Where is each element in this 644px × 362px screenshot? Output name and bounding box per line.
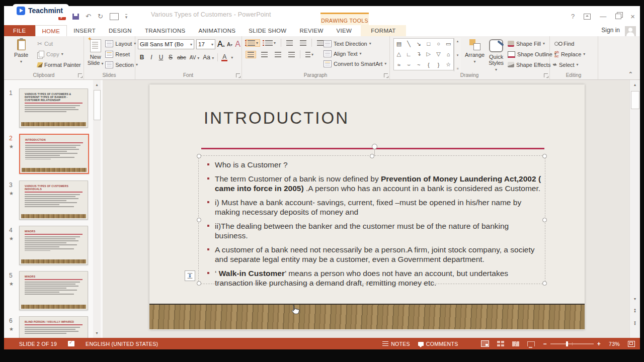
comments-button[interactable]: COMMENTS [418, 341, 458, 347]
vertical-scrollbar[interactable]: ▴ ▾ ▴▴ ▾▾ [629, 80, 640, 338]
align-left-button[interactable] [246, 51, 256, 58]
fit-slide-to-window-button[interactable] [628, 341, 635, 347]
shape-glyph[interactable]: ▽ [436, 51, 440, 57]
slide-title[interactable]: INTRODUCTION [204, 109, 349, 128]
shadow-button[interactable]: S [168, 54, 174, 61]
slide-body-text[interactable]: Who is a Customer ?The term Customer of … [206, 160, 542, 292]
shape-glyph[interactable]: ↴ [417, 51, 421, 57]
thumb-scroll-up-icon[interactable]: ▴ [93, 81, 101, 88]
italic-button[interactable]: I [148, 54, 154, 61]
find-button[interactable]: Find [554, 39, 585, 48]
thumbnail-slide-preview[interactable]: MINORS [19, 226, 88, 265]
shape-glyph[interactable]: ⌂ [447, 51, 450, 57]
shape-glyph[interactable]: ▤ [396, 41, 401, 47]
thumb-scroll-down-icon[interactable]: ▾ [93, 329, 101, 337]
font-color-button[interactable]: A [221, 54, 227, 61]
align-right-button[interactable] [273, 51, 283, 58]
shape-glyph[interactable]: ▭ [446, 41, 451, 47]
shape-glyph[interactable]: ≈ [397, 62, 400, 68]
increase-indent-button[interactable] [298, 39, 308, 47]
font-name-combo[interactable]: Gill Sans MT (Bo▾ [138, 39, 194, 49]
drawing-dialog-launcher[interactable] [544, 73, 548, 77]
slide-thumbnail-3[interactable]: 3★VARIOUS TYPES OF CUSTOMERS INDIVIDUALS [9, 180, 91, 220]
slide-bullet[interactable]: The term Customer of a bank is now defin… [206, 174, 542, 193]
shape-glyph[interactable]: ╲ [407, 41, 411, 47]
restore-button[interactable] [615, 14, 621, 19]
shape-gallery[interactable]: ▤╲↘□○▭△∟↴▷▽⌂≈⌣~{}☆ [393, 38, 454, 70]
normal-view-button[interactable] [481, 340, 489, 347]
tab-insert[interactable]: INSERT [67, 25, 102, 36]
columns-button[interactable]: ▾ [303, 51, 315, 58]
convert-smartart-button[interactable]: Convert to SmartArt▾ [324, 59, 386, 68]
thumbnail-slide-preview[interactable]: INTRODUCTION [19, 134, 89, 174]
slide-thumbnail-2[interactable]: 2★INTRODUCTION [9, 134, 91, 174]
resize-handle-ne[interactable] [542, 154, 547, 158]
tab-file[interactable]: FILE [4, 25, 35, 36]
section-button[interactable]: Section▾ [105, 60, 138, 69]
shape-glyph[interactable]: { [428, 62, 430, 68]
text-direction-button[interactable]: Text Direction▾ [324, 39, 386, 48]
tab-format[interactable]: FORMAT [361, 25, 406, 36]
zoom-percentage[interactable]: 73% [609, 341, 620, 347]
shape-glyph[interactable]: ○ [437, 41, 440, 47]
rotation-handle[interactable] [372, 144, 377, 149]
quick-styles-button[interactable]: Quick Styles ▾ [489, 38, 504, 73]
paragraph-dialog-launcher[interactable] [384, 73, 388, 77]
copy-button[interactable]: Copy▾ [37, 50, 81, 58]
tab-view[interactable]: VIEW [330, 25, 359, 36]
language-indicator[interactable]: ENGLISH (UNITED STATES) [86, 341, 158, 347]
resize-handle-sw[interactable] [197, 281, 201, 286]
save-icon[interactable] [72, 14, 79, 20]
zoom-out-button[interactable]: − [543, 340, 546, 347]
align-center-button[interactable] [259, 51, 270, 58]
slide-thumbnail-4[interactable]: 4★MINORS [9, 226, 91, 265]
cut-button[interactable]: ✂Cut [37, 39, 81, 48]
resize-handle-nw[interactable] [197, 154, 201, 158]
shrink-font-button[interactable]: A▾ [227, 42, 233, 47]
shape-glyph[interactable]: ▷ [427, 51, 431, 57]
layout-button[interactable]: Layout▾ [105, 39, 138, 48]
thumbnail-slide-preview[interactable]: VARIOUS TYPES OF CUSTOMERS INDIVIDUALS [19, 180, 88, 220]
resize-handle-n[interactable] [370, 154, 374, 158]
thumbnail-scrollbar[interactable]: ▴ ▾ [93, 80, 101, 338]
slide-number-indicator[interactable]: SLIDE 2 OF 19 [19, 341, 57, 347]
shape-glyph[interactable]: ~ [417, 62, 420, 68]
change-case-button[interactable]: Aa ▾ [203, 54, 214, 61]
font-size-combo[interactable]: 17▾ [196, 39, 215, 49]
redo-icon[interactable]: ↻ [98, 13, 103, 20]
shape-glyph[interactable]: □ [427, 41, 430, 47]
slide-2[interactable]: INTRODUCTION Who is a Customer ?The te [149, 84, 585, 330]
scroll-down-icon[interactable]: ▾ [631, 295, 639, 303]
arrange-button[interactable]: Arrange▾ [465, 38, 485, 73]
slide-thumbnail-1[interactable]: 1VARIOUS TYPES OF CUSTOMERS & DIFFERENT … [9, 88, 91, 128]
autofit-options-button[interactable] [185, 270, 195, 281]
zoom-slider[interactable] [550, 343, 594, 344]
resize-handle-e[interactable] [542, 218, 547, 222]
shape-glyph[interactable]: ↘ [417, 41, 421, 47]
align-text-button[interactable]: Align Text▾ [324, 49, 386, 58]
thumbnail-slide-preview[interactable]: VARIOUS TYPES OF CUSTOMERS & DIFFERENT T… [19, 88, 88, 128]
shape-glyph[interactable]: } [438, 62, 440, 68]
format-painter-button[interactable]: Format Painter [37, 60, 81, 69]
slide-bullet[interactable]: Who is a Customer ? [206, 160, 542, 169]
clipboard-dialog-launcher[interactable] [78, 73, 82, 77]
tab-animations[interactable]: ANIMATIONS [192, 25, 243, 36]
collapse-ribbon-button[interactable]: ⌃ [628, 71, 633, 77]
tab-review[interactable]: REVIEW [293, 25, 330, 36]
thumbnail-slide-preview[interactable]: BLIND PERSON / VISUALLY IMPAIRED [19, 316, 88, 338]
next-slide-button[interactable]: ▾▾ [631, 320, 639, 328]
slide-sorter-view-button[interactable] [497, 341, 504, 346]
shape-glyph[interactable]: ☆ [446, 61, 451, 68]
thumb-scroll-thumb[interactable] [94, 90, 101, 120]
zoom-in-button[interactable]: + [597, 340, 601, 347]
bold-button[interactable]: B [139, 54, 145, 61]
tab-design[interactable]: DESIGN [102, 25, 138, 36]
close-button[interactable]: × [630, 13, 635, 20]
tab-home[interactable]: HOME [35, 25, 67, 36]
help-button[interactable]: ? [571, 13, 575, 20]
scroll-up-icon[interactable]: ▴ [631, 81, 639, 89]
slide-bullet[interactable]: i) Must have a bank account- savings, cu… [206, 198, 542, 217]
ribbon-display-options-button[interactable] [584, 14, 591, 20]
shape-glyph[interactable]: △ [397, 51, 401, 57]
underline-button[interactable]: U [158, 54, 164, 61]
